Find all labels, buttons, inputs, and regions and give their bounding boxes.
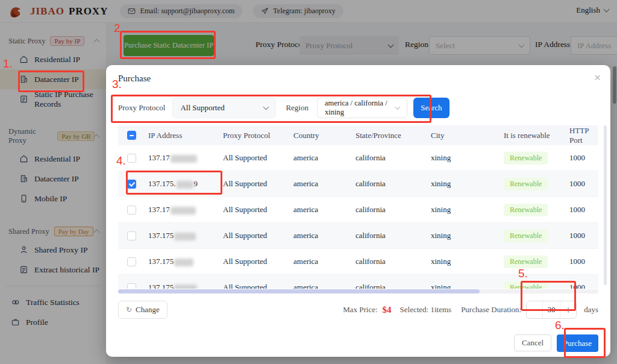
- step-4-box: [126, 171, 222, 195]
- step-6-box: [564, 328, 606, 358]
- modal-actions: Cancel Purchase: [118, 334, 598, 352]
- ip-cell: 137.175: [145, 231, 219, 240]
- row-checkbox[interactable]: [127, 231, 136, 240]
- col-city: City: [427, 131, 500, 140]
- renewable-badge: Renewable: [504, 230, 548, 242]
- page: JIBAO PROXY Email: support@jibaoproxy.co…: [0, 0, 617, 364]
- step-2-box: [120, 31, 216, 59]
- row-checkbox[interactable]: [127, 257, 136, 266]
- renewable-badge: Renewable: [504, 152, 548, 165]
- step-5-box: [521, 281, 576, 311]
- table-header: IP Address Proxy Protocol Country State/…: [118, 125, 598, 145]
- col-state-province: State/Province: [352, 131, 427, 140]
- selected-count: Selected: 1items: [400, 305, 452, 315]
- step-4-label: 4.: [116, 154, 126, 168]
- redacted-ip-segment: [174, 259, 193, 266]
- step-3-box: [111, 95, 431, 123]
- step-3-label: 3.: [112, 78, 122, 91]
- step-6-label: 6.: [555, 319, 565, 332]
- table-row[interactable]: 137.17 All Supported america california …: [118, 145, 598, 171]
- col-proxy-protocol: Proxy Protocol: [219, 131, 290, 140]
- max-price-value: $4: [383, 305, 392, 315]
- days-label: days: [584, 305, 598, 315]
- step-1-label: 1.: [3, 57, 13, 71]
- max-price-label: Max Price:: [343, 305, 377, 315]
- col-country: Country: [290, 131, 352, 140]
- refresh-icon: ↻: [126, 306, 132, 314]
- change-button[interactable]: ↻ Change: [118, 301, 168, 319]
- cancel-button[interactable]: Cancel: [514, 334, 551, 351]
- table-row[interactable]: 137.175 All Supported america california…: [118, 223, 598, 249]
- step-5-label: 5.: [518, 267, 528, 280]
- row-checkbox[interactable]: [127, 154, 136, 163]
- modal-title: Purchase: [118, 65, 598, 84]
- renewable-badge: Renewable: [504, 204, 548, 216]
- modal-vertical-scrollbar[interactable]: [604, 125, 607, 285]
- horizontal-scrollbar-thumb[interactable]: [118, 289, 480, 293]
- redacted-ip-segment: [171, 155, 197, 163]
- step-1-box: [18, 71, 84, 92]
- renewable-badge: Renewable: [504, 256, 548, 268]
- col-ip-address: IP Address: [145, 131, 219, 140]
- row-checkbox[interactable]: [127, 206, 136, 215]
- ip-cell: 137.17: [145, 205, 219, 215]
- select-all-checkbox[interactable]: [127, 131, 136, 140]
- close-icon[interactable]: ×: [594, 71, 601, 84]
- page-scrollbar-thumb[interactable]: [613, 66, 616, 104]
- redacted-ip-segment: [171, 207, 196, 215]
- redacted-ip-segment: [174, 284, 197, 289]
- row-checkbox[interactable]: [127, 283, 136, 289]
- purchase-duration-label: Purchase Duration:: [461, 305, 521, 315]
- ip-cell: 137.175: [145, 257, 219, 266]
- ip-cell: 137.17: [145, 153, 219, 163]
- col-http-port: HTTP Port: [566, 126, 597, 145]
- renewable-badge: Renewable: [504, 178, 548, 190]
- col-renewable: It is renewable: [500, 131, 566, 140]
- redacted-ip-segment: [174, 233, 196, 240]
- ip-cell: 137.175: [145, 283, 219, 289]
- table-row[interactable]: 137.17 All Supported america california …: [118, 197, 598, 223]
